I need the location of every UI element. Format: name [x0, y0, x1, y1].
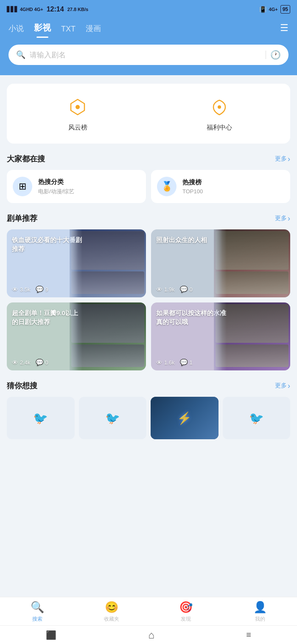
bird-icon-0: 🐦: [33, 411, 48, 425]
trending-label: 风云榜: [68, 124, 87, 132]
guess-card-inner-0: 🐦: [33, 411, 48, 425]
ranking-icon: 🏅: [157, 177, 177, 196]
playlist-section: 剧单推荐 更多 铁血硬汉必看的十大番剧推荐: [7, 213, 290, 370]
quick-actions: 风云榜 福利中心: [7, 84, 290, 144]
bird-icon-3: 🐦: [249, 411, 264, 425]
bird-icon-1: 🐦: [105, 411, 120, 425]
category-sub: 电影/动漫/综艺: [38, 188, 74, 195]
signal-type: 4GHD 4G+: [20, 7, 43, 12]
quick-action-welfare[interactable]: 福利中心: [148, 96, 290, 132]
views-stat-2: 👁 2.4k: [12, 359, 31, 366]
views-stat-3: 👁 1.6k: [156, 359, 175, 366]
eye-icon: 👁: [12, 286, 18, 293]
discover-nav-icon: 🎯: [179, 601, 193, 614]
quick-action-trending[interactable]: 风云榜: [7, 96, 148, 132]
playlist-grid: 铁血硬汉必看的十大番剧推荐 👁 3.5k 💬 9: [7, 229, 290, 370]
guess-card-inner-1: 🐦: [105, 411, 120, 425]
hot-search-card-ranking[interactable]: 🏅 热搜榜 TOP100: [151, 170, 290, 203]
comment-icon-3: 💬: [180, 359, 188, 366]
eye-icon-1: 👁: [156, 286, 163, 293]
guess-title: 猜你想搜: [7, 381, 37, 391]
guess-card-1[interactable]: 🐦: [79, 397, 147, 439]
playlist-more[interactable]: 更多: [275, 214, 290, 223]
category-text: 热搜分类 电影/动漫/综艺: [38, 178, 74, 195]
hot-search-cards: ⊞ 热搜分类 电影/动漫/综艺 🏅 热搜榜 TOP100: [7, 170, 290, 203]
discover-nav-label: 发现: [181, 616, 191, 623]
nav-item-mine[interactable]: 👤 我的: [223, 601, 297, 623]
vibrate-icon: 📳: [259, 6, 266, 13]
guess-card-3[interactable]: 🐦: [223, 397, 291, 439]
history-icon[interactable]: 🕐: [270, 50, 281, 60]
playlist-card-3[interactable]: 如果都可以按这样的水准真的可以哦 👁 1.6k 💬 1: [151, 302, 290, 370]
home-button[interactable]: ⌂: [148, 629, 154, 641]
mine-nav-icon: 👤: [253, 601, 267, 614]
nav-item-favorites[interactable]: 😊 收藏夹: [74, 601, 148, 623]
guess-header: 猜你想搜 更多: [7, 381, 290, 391]
playlist-card-0[interactable]: 铁血硬汉必看的十大番剧推荐 👁 3.5k 💬 9: [7, 229, 146, 297]
search-input[interactable]: 请输入剧名: [30, 50, 261, 60]
status-right: 📳 4G+ 95: [259, 5, 290, 14]
bottom-navigation: 🔍 搜索 😊 收藏夹 🎯 发现 👤 我的: [0, 597, 297, 625]
comment-icon: 💬: [36, 285, 44, 293]
nav-item-discover[interactable]: 🎯 发现: [148, 601, 223, 623]
guess-card-inner-3: 🐦: [249, 411, 264, 425]
guess-more[interactable]: 更多: [275, 381, 290, 390]
welfare-icon: [208, 96, 231, 119]
ranking-sub: TOP100: [182, 188, 203, 195]
nav-tabs: 小说 影视 TXT 漫画: [8, 22, 101, 38]
search-divider: [266, 51, 266, 59]
hot-search-header: 大家都在搜 更多: [7, 154, 290, 164]
time: 12:14: [47, 6, 64, 13]
tab-video[interactable]: 影视: [34, 22, 51, 38]
hot-search-section: 大家都在搜 更多 ⊞ 热搜分类 电影/动漫/综艺 🏅: [7, 154, 290, 203]
welfare-label: 福利中心: [207, 124, 232, 132]
guess-card-0[interactable]: 🐦: [7, 397, 75, 439]
guess-card-2[interactable]: ⚡: [151, 397, 219, 439]
speed: 27.8 KB/s: [67, 7, 89, 12]
comment-icon-1: 💬: [180, 285, 188, 293]
guess-grid: 🐦 🐦 ⚡ 🐦: [7, 397, 290, 439]
playlist-header: 剧单推荐 更多: [7, 213, 290, 223]
search-bar[interactable]: 🔍 请输入剧名 🕐: [8, 45, 289, 65]
mine-nav-label: 我的: [255, 616, 265, 623]
category-title: 热搜分类: [38, 178, 74, 186]
hot-search-card-category[interactable]: ⊞ 热搜分类 电影/动漫/综艺: [7, 170, 146, 203]
search-nav-label: 搜索: [32, 616, 42, 623]
playlist-card-1[interactable]: 照射出众生的人相 👁 1.9k 💬 0: [151, 229, 290, 297]
nav-item-search[interactable]: 🔍 搜索: [0, 601, 74, 623]
svg-point-1: [76, 105, 80, 109]
comments-stat-0: 💬 9: [36, 285, 48, 293]
eye-icon-2: 👁: [12, 359, 18, 366]
comments-stat-1: 💬 0: [180, 285, 193, 293]
svg-point-2: [218, 105, 221, 109]
hot-search-title: 大家都在搜: [7, 154, 45, 164]
trending-icon: [66, 96, 89, 119]
favorites-nav-icon: 😊: [105, 601, 118, 614]
views-stat-1: 👁 1.9k: [156, 286, 175, 293]
tab-manga[interactable]: 漫画: [86, 23, 101, 38]
search-nav-icon: 🔍: [31, 601, 44, 614]
tab-txt[interactable]: TXT: [61, 25, 76, 38]
playlist-more-chevron-icon: [288, 214, 290, 223]
main-content: 风云榜 福利中心 大家都在搜 更多 ⊞: [0, 75, 297, 503]
search-section: 🔍 请输入剧名 🕐: [0, 38, 297, 75]
status-bar: ▋▋▋ 4GHD 4G+ 12:14 27.8 KB/s 📳 4G+ 95: [0, 0, 297, 19]
hot-search-more[interactable]: 更多: [275, 155, 290, 164]
more-chevron-icon: [288, 155, 290, 164]
status-left: ▋▋▋ 4GHD 4G+ 12:14 27.8 KB/s: [7, 6, 88, 13]
guess-more-chevron-icon: [288, 381, 290, 390]
network-type: 4G+: [269, 7, 278, 12]
back-button[interactable]: ⬛: [46, 630, 56, 640]
playlist-card-2[interactable]: 超全剧单！豆瓣9.0以上的日剧大推荐 👁 2.4k 💬 0: [7, 302, 146, 370]
battery-indicator: 95: [280, 5, 290, 14]
ranking-title: 热搜榜: [182, 178, 203, 186]
menu-button[interactable]: ☰: [280, 23, 289, 37]
category-icon: ⊞: [13, 177, 32, 196]
comments-stat-3: 💬 1: [180, 359, 193, 366]
guess-section: 猜你想搜 更多 🐦 🐦 ⚡: [7, 381, 290, 439]
eye-icon-3: 👁: [156, 359, 163, 366]
views-stat-0: 👁 3.5k: [12, 286, 31, 293]
recents-button[interactable]: ≡: [246, 630, 251, 640]
tab-novel[interactable]: 小说: [8, 23, 24, 38]
favorites-nav-label: 收藏夹: [104, 616, 119, 623]
